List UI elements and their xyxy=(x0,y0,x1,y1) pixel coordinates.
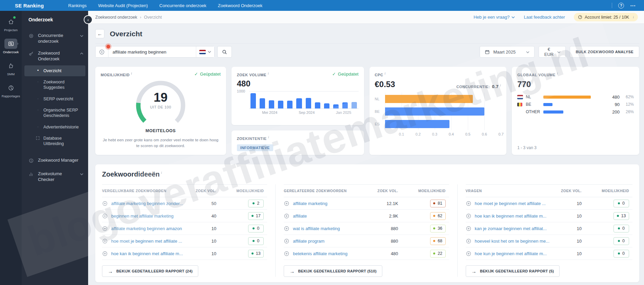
add-keyword-icon[interactable] xyxy=(466,226,471,231)
sidebar-item-serp-overzicht[interactable]: · SERP overzicht xyxy=(24,94,85,104)
sidebar-item-concurrentie-onderzoek[interactable]: Concurrentie onderzoek xyxy=(22,30,88,47)
add-keyword-icon[interactable] xyxy=(284,251,289,257)
info-icon: i xyxy=(268,72,269,75)
top-menu-concurrentie-onderzoek[interactable]: Concurrentie onderzoek xyxy=(159,3,206,8)
sidebar-item-organische-serp-geschiedenis[interactable]: · Organische SERP Geschiedenis xyxy=(24,105,85,121)
keyword-link[interactable]: betekenis affiliate marketing xyxy=(293,251,347,256)
keyword-row: wat is affiliate marketing 880 36 xyxy=(284,222,449,235)
currency-select[interactable]: € EUR xyxy=(539,46,566,58)
sidebar-item-zoekvolume-checker[interactable]: Zoekvolume Checker xyxy=(22,168,88,186)
bulk-analysis-button[interactable]: BULK ZOEKWOORD ANALYSE xyxy=(570,46,639,58)
sidebar-item-zoekwoord-onderzoek[interactable]: Zoekwoord Onderzoek xyxy=(22,47,88,65)
difficulty-dot-icon xyxy=(433,252,435,255)
bullet-icon: • xyxy=(36,68,40,73)
keyword-input[interactable] xyxy=(108,46,196,57)
logo[interactable]: SE Ranking xyxy=(15,3,44,8)
help-icon[interactable]: ? xyxy=(618,3,624,8)
bullet-icon: · xyxy=(36,96,40,101)
page-title: Overzicht xyxy=(110,30,142,38)
add-keyword-icon[interactable] xyxy=(102,226,108,231)
keyword-link[interactable]: hoe moet je beginnen met affiliate ... xyxy=(475,201,546,206)
add-keyword-icon[interactable] xyxy=(466,251,471,257)
sidebar-item-overzicht[interactable]: • Overzicht xyxy=(24,65,85,76)
chevron-down-icon xyxy=(511,16,515,18)
search-volume-value: 10 xyxy=(184,251,216,256)
add-keyword-icon[interactable] xyxy=(102,238,108,244)
rail-item-rapportages[interactable]: Rapportages xyxy=(1,81,21,100)
x-tick-label: 0.2 xyxy=(416,132,421,136)
add-keyword-icon[interactable] xyxy=(284,226,289,231)
keyword-link[interactable]: wat is affiliate marketing xyxy=(293,226,340,231)
search-volume-value: 2.9K xyxy=(366,213,398,219)
add-keyword-icon[interactable] xyxy=(284,238,289,244)
rail-item-projecten[interactable]: Projecten xyxy=(1,15,21,34)
breadcrumb-bar: Zoekwoord onderzoek › Overzicht Heb je e… xyxy=(88,11,644,24)
intent-badge: INFORMATIEVE xyxy=(237,144,273,151)
sidebar-item-zoekwoord-manager[interactable]: Zoekwoord Manager xyxy=(22,155,88,168)
sidebar-item-advertentiehistorie[interactable]: · Advertentiehistorie xyxy=(24,122,85,133)
question-link[interactable]: Heb je een vraag? xyxy=(474,15,515,20)
top-menu-rankings[interactable]: Rankings xyxy=(68,3,86,8)
add-keyword-icon[interactable] xyxy=(466,201,471,206)
keyword-link[interactable]: kan je zomaar beginnen met affiliat... xyxy=(475,226,547,231)
keyword-link[interactable]: hoe kun je beginnen met affiliate m... xyxy=(475,251,547,256)
add-keyword-icon[interactable] xyxy=(102,251,108,257)
keyword-link[interactable]: hoe kan ik beginnen met affiliate m... xyxy=(111,251,183,256)
keyword-row: affiliate marketing 12.1K 81 xyxy=(284,197,449,210)
account-limit-badge[interactable]: Account limiet: 25 / 10K i xyxy=(574,13,638,21)
cpc-category-label: NL xyxy=(375,97,385,101)
more-icon[interactable]: ⋯ xyxy=(630,2,636,9)
keyword-link[interactable]: affiliate xyxy=(293,213,307,219)
difficulty-value: 19 xyxy=(134,91,188,104)
add-keyword-icon[interactable] xyxy=(102,201,108,206)
keyword-link[interactable]: affiliate marketing beginnen zonder... xyxy=(111,201,183,206)
keyword-link[interactable]: affiliate program xyxy=(293,239,324,244)
volume-bars xyxy=(249,91,359,109)
detailed-report-button[interactable]: →BEKIJK GEDETAILLEERD RAPPORT (24) xyxy=(102,265,198,277)
updated-status: ✓Geüpdatet xyxy=(194,72,221,77)
keyword-link[interactable]: affiliate marketing xyxy=(293,201,327,206)
difficulty-dot-icon xyxy=(433,215,435,217)
rail-item-onderzoek[interactable]: Onderzoek xyxy=(1,37,21,56)
month-select-value: Maart 2025 xyxy=(493,49,516,55)
difficulty-badge: 0 xyxy=(613,225,629,232)
volume-trend-chart: 1000 Mei 2024Sep 2024Jan 2025 xyxy=(237,91,359,115)
difficulty-dot-icon xyxy=(618,202,620,204)
x-tick-label xyxy=(318,110,320,115)
detailed-report-button[interactable]: →BEKIJK GEDETAILLEERD RAPPORT (510) xyxy=(284,265,382,277)
sidebar-collapse-button[interactable]: ‹ xyxy=(84,16,92,23)
keyword-link[interactable]: hoe moet je beginnen met affiliate ... xyxy=(111,239,182,244)
sidebar-item-zoekwoord-suggesties[interactable]: · Zoekwoord Suggesties xyxy=(24,77,85,93)
add-keyword-icon[interactable] xyxy=(102,213,108,219)
chevron-down-icon xyxy=(80,173,83,175)
keyword-ideas-card: Zoekwoordideeëni VERGELIJKBARE ZOEKWOORD… xyxy=(95,164,639,282)
sidebar-item-database-uitbreiding[interactable]: Database Uitbreiding xyxy=(24,133,85,149)
cpc-chart: NL BE ES 0.10.20.30.40.50.60.7 xyxy=(375,93,501,138)
month-select[interactable]: Maart 2025 xyxy=(480,46,535,58)
icon-rail: Projecten Onderzoek SMM Rapportages xyxy=(0,11,22,285)
add-keyword-icon[interactable] xyxy=(284,213,289,219)
country-select[interactable] xyxy=(196,46,214,57)
x-tick-label: Mei 2024 xyxy=(262,110,277,115)
keyword-link[interactable]: affiliate marketing beginnen amazon xyxy=(111,226,182,231)
keyword-link[interactable]: hoeveel kost het om te beginnen me... xyxy=(475,239,549,244)
question-link-label: Heb je een vraag? xyxy=(474,15,509,20)
back-button[interactable]: ← xyxy=(95,29,104,38)
difficulty-dot-icon xyxy=(253,240,255,242)
top-menu-website-audit-projecten[interactable]: Website Audit (Projecten) xyxy=(98,3,148,8)
feedback-link[interactable]: Laat feedback achter xyxy=(524,15,565,20)
add-keyword-icon[interactable] xyxy=(466,213,471,219)
keyword-link[interactable]: hoe kan ik beginnen met affiliate m... xyxy=(475,213,547,219)
add-keyword-icon[interactable] xyxy=(466,238,471,244)
country-volume-bar xyxy=(543,110,563,114)
keyword-link[interactable]: beginnen met affiliate marketing xyxy=(111,213,174,219)
add-keyword-icon[interactable] xyxy=(284,201,289,206)
add-keyword-button[interactable] xyxy=(96,46,108,57)
rail-item-smm[interactable]: SMM xyxy=(1,59,21,78)
search-button[interactable] xyxy=(217,46,232,58)
keyword-row: hoe kun je beginnen met affiliate m... 1… xyxy=(466,247,632,260)
x-axis-labels: Mei 2024Sep 2024Jan 2025 xyxy=(249,110,359,115)
breadcrumb-item[interactable]: Zoekwoord onderzoek xyxy=(95,15,137,20)
top-menu-zoekwoord-onderzoek[interactable]: Zoekwoord Onderzoek xyxy=(218,3,263,8)
detailed-report-button[interactable]: →BEKIJK GEDETAILLEERD RAPPORT (5) xyxy=(466,265,560,277)
